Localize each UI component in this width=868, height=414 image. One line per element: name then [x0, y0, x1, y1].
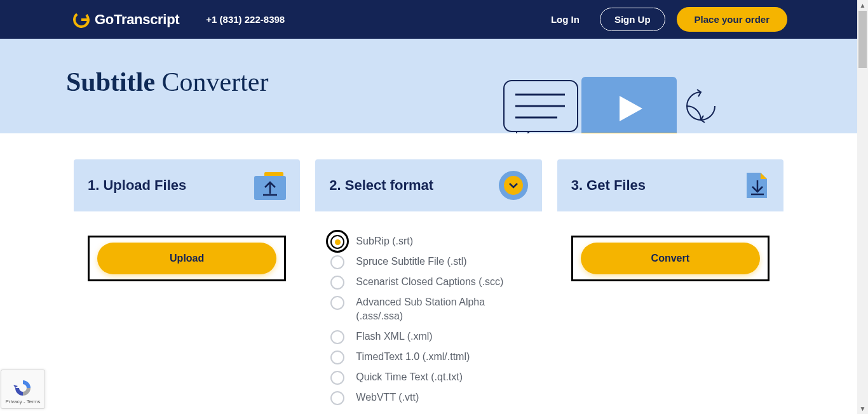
format-option[interactable]: Quick Time Text (.qt.txt) [330, 370, 526, 385]
hero-illustration [501, 77, 730, 133]
card-upload-header: 1. Upload Files [74, 159, 300, 211]
place-order-button[interactable]: Place your order [677, 7, 787, 32]
format-option-label: Advanced Sub Station Alpha (.ass/.ssa) [356, 295, 508, 324]
convert-highlight-frame: Convert [571, 236, 770, 281]
brand-name: GoTranscript [95, 11, 179, 28]
logo-mark-icon [73, 11, 90, 28]
format-radio[interactable] [330, 391, 344, 405]
svg-rect-1 [81, 18, 87, 21]
scroll-thumb[interactable] [858, 11, 867, 68]
login-link[interactable]: Log In [551, 14, 580, 25]
format-option-label: TimedText 1.0 (.xml/.ttml) [356, 350, 470, 364]
svg-marker-18 [13, 385, 18, 388]
recaptcha-badge[interactable]: Privacy - Terms [1, 370, 45, 409]
format-option-label: Spruce Subtitle File (.stl) [356, 255, 466, 269]
site-header: GoTranscript +1 (831) 222-8398 Log In Si… [0, 0, 857, 39]
format-option-label: Scenarist Closed Captions (.scc) [356, 275, 503, 289]
format-option[interactable]: TimedText 1.0 (.xml/.ttml) [330, 350, 526, 364]
recaptcha-links[interactable]: Privacy - Terms [6, 399, 41, 404]
page-title: Subtitle Converter [66, 67, 268, 97]
card-upload: 1. Upload Files Upload [74, 159, 300, 299]
format-radio[interactable] [330, 296, 344, 310]
recaptcha-icon [12, 378, 34, 397]
format-option[interactable]: SubRip (.srt) [330, 234, 526, 249]
format-options: SubRip (.srt)Spruce Subtitle File (.stl)… [315, 211, 541, 414]
page-scrollbar[interactable]: ▲ ▼ [857, 0, 868, 414]
upload-folder-icon [254, 172, 286, 199]
card-select-header: 2. Select format [315, 159, 541, 211]
card-get-header: 3. Get Files [557, 159, 783, 211]
svg-rect-8 [581, 133, 677, 133]
download-file-icon [745, 171, 770, 199]
card-get-files: 3. Get Files Convert [557, 159, 783, 299]
convert-button[interactable]: Convert [581, 243, 760, 274]
scroll-up-arrow[interactable]: ▲ [857, 0, 868, 11]
format-radio[interactable] [330, 330, 344, 344]
format-radio[interactable] [330, 371, 344, 385]
format-radio[interactable] [330, 276, 344, 290]
format-option-label: Flash XML (.xml) [356, 330, 432, 344]
card-get-title: 3. Get Files [571, 177, 646, 194]
brand-logo[interactable]: GoTranscript [73, 11, 179, 28]
converter-steps: 1. Upload Files Upload 2. Select format [0, 133, 857, 414]
format-radio[interactable] [330, 255, 344, 269]
page-title-bold: Subtitle [66, 67, 155, 97]
scroll-down-arrow[interactable]: ▼ [857, 403, 868, 414]
hero: Subtitle Converter [0, 39, 857, 133]
format-radio[interactable] [330, 235, 344, 249]
signup-button[interactable]: Sign Up [600, 8, 665, 31]
card-upload-title: 1. Upload Files [88, 177, 186, 194]
format-option-label: Quick Time Text (.qt.txt) [356, 370, 463, 384]
upload-highlight-frame: Upload [88, 236, 286, 281]
chevron-down-icon [499, 171, 528, 200]
header-phone[interactable]: +1 (831) 222-8398 [206, 14, 285, 25]
format-option[interactable]: Advanced Sub Station Alpha (.ass/.ssa) [330, 295, 526, 324]
card-select-title: 2. Select format [329, 177, 433, 194]
card-select-format: 2. Select format SubRip (.srt)Spruce Sub… [315, 159, 541, 414]
format-option[interactable]: Spruce Subtitle File (.stl) [330, 255, 526, 269]
format-option-label: WebVTT (.vtt) [356, 391, 419, 404]
svg-marker-3 [517, 131, 529, 133]
format-option-label: SubRip (.srt) [356, 234, 413, 248]
upload-button[interactable]: Upload [97, 243, 276, 274]
scroll-track[interactable] [857, 11, 868, 403]
page-title-rest: Converter [162, 67, 269, 97]
format-option[interactable]: WebVTT (.vtt) [330, 391, 526, 405]
format-radio[interactable] [330, 351, 344, 364]
format-option[interactable]: Flash XML (.xml) [330, 330, 526, 344]
format-option[interactable]: Scenarist Closed Captions (.scc) [330, 275, 526, 290]
